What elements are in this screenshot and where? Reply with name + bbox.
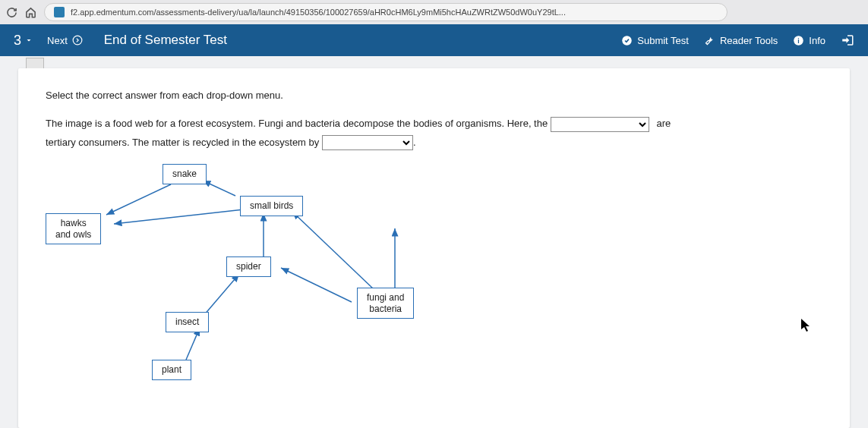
next-label: Next [47, 35, 68, 46]
content-area: Select the correct answer from each drop… [0, 56, 868, 428]
question-text-2: tertiary consumers. The matter is recycl… [46, 137, 319, 148]
reader-tools-label: Reader Tools [720, 35, 778, 46]
svg-text:i: i [798, 36, 800, 44]
question-text-1: The image is a food web for a forest eco… [46, 118, 548, 129]
submit-test-button[interactable]: Submit Test [621, 35, 689, 46]
node-small-birds: small birds [240, 196, 303, 216]
svg-line-6 [114, 209, 244, 224]
svg-line-4 [203, 181, 235, 196]
question-number: 3 [14, 33, 21, 49]
chevron-down-icon [24, 36, 33, 45]
test-title: End of Semester Test [104, 33, 227, 48]
arrow-right-circle-icon [72, 35, 83, 46]
login-icon[interactable] [841, 33, 854, 47]
node-snake: snake [163, 164, 207, 184]
food-web-diagram: snake hawks and owls small birds spider … [46, 164, 516, 392]
browser-toolbar: f2.app.edmentum.com/assessments-delivery… [0, 0, 868, 24]
svg-line-11 [281, 268, 352, 302]
dropdown-2[interactable] [322, 135, 413, 150]
node-spider: spider [226, 256, 271, 276]
question-number-selector[interactable]: 3 [14, 33, 33, 49]
info-button[interactable]: i Info [793, 35, 825, 46]
node-hawks-owls: hawks and owls [46, 213, 101, 244]
node-fungi-bacteria: fungi and bacteria [357, 288, 414, 319]
reader-tools-button[interactable]: Reader Tools [704, 35, 778, 46]
question-body: The image is a food web for a forest eco… [46, 115, 822, 152]
instruction-text: Select the correct answer from each drop… [46, 90, 822, 101]
cursor-icon [801, 319, 812, 335]
svg-line-10 [204, 274, 239, 316]
app-header: 3 Next End of Semester Test Submit Test … [0, 24, 868, 56]
submit-label: Submit Test [637, 35, 689, 46]
info-label: Info [809, 35, 825, 46]
svg-point-0 [73, 36, 82, 45]
node-insect: insect [166, 312, 209, 332]
reload-icon[interactable] [6, 7, 17, 18]
home-icon[interactable] [25, 7, 36, 18]
card-tab[interactable] [26, 58, 44, 68]
next-button[interactable]: Next [47, 35, 83, 46]
question-text-after-1: are [656, 118, 671, 129]
svg-line-5 [106, 184, 171, 215]
url-text: f2.app.edmentum.com/assessments-delivery… [71, 8, 566, 17]
svg-line-8 [292, 212, 374, 289]
info-circle-icon: i [793, 35, 804, 46]
wrench-icon [704, 35, 715, 46]
url-bar[interactable]: f2.app.edmentum.com/assessments-delivery… [44, 3, 728, 21]
check-circle-icon [621, 35, 633, 46]
dropdown-1[interactable] [551, 117, 649, 132]
svg-line-12 [186, 328, 200, 360]
node-plant: plant [152, 360, 191, 379]
favicon-icon [54, 7, 65, 17]
question-card: Select the correct answer from each drop… [18, 68, 850, 428]
